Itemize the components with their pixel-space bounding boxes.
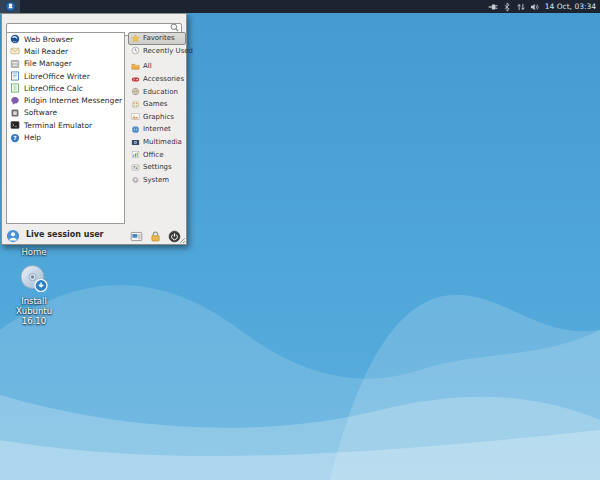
office-icon xyxy=(131,150,140,159)
libreoffice-writer-icon xyxy=(10,71,20,81)
pidgin-icon xyxy=(10,96,20,106)
category-item-education[interactable]: Education xyxy=(128,85,186,98)
accessories-icon xyxy=(131,75,140,84)
volume-icon[interactable] xyxy=(530,2,540,12)
app-item-label: Pidgin Internet Messenger xyxy=(24,96,122,105)
whisker-menu: Web BrowserMail ReaderFile ManagerLibreO… xyxy=(1,13,187,245)
category-item-label: Internet xyxy=(143,125,171,133)
category-item-favorites[interactable]: Favorites xyxy=(128,32,186,45)
web-browser-icon xyxy=(10,34,20,44)
install-cd-icon xyxy=(3,264,65,294)
desktop: HomeInstall Xubuntu16.10 14 Oct, 03:34 W… xyxy=(0,0,600,480)
application-list: Web BrowserMail ReaderFile ManagerLibreO… xyxy=(6,32,125,224)
desktop-icon-home[interactable]: Home xyxy=(3,247,65,257)
category-item-multimedia[interactable]: Multimedia xyxy=(128,136,186,149)
app-item-libreoffice-writer[interactable]: LibreOffice Writer xyxy=(7,70,124,82)
category-item-label: Favorites xyxy=(143,34,175,42)
footer-actions xyxy=(125,228,182,242)
network-traffic-icon[interactable] xyxy=(516,2,526,12)
category-item-label: Accessories xyxy=(143,75,184,83)
category-item-label: Settings xyxy=(143,163,172,171)
category-item-label: System xyxy=(143,176,169,184)
mail-reader-icon xyxy=(10,46,20,56)
libreoffice-calc-icon xyxy=(10,83,20,93)
settings-icon xyxy=(131,163,140,172)
user-avatar xyxy=(6,228,20,242)
xubuntu-logo-icon xyxy=(5,1,16,12)
app-item-label: File Manager xyxy=(24,59,72,68)
education-icon xyxy=(131,87,140,96)
applications-menu-button[interactable] xyxy=(0,0,20,13)
system-gear-icon xyxy=(131,175,140,184)
category-item-system[interactable]: System xyxy=(128,174,186,187)
app-item-label: Help xyxy=(24,133,41,142)
multimedia-icon xyxy=(131,138,140,147)
category-item-internet[interactable]: Internet xyxy=(128,123,186,136)
svg-text:?: ? xyxy=(13,135,16,141)
app-item-label: Mail Reader xyxy=(24,47,68,56)
internet-globe-icon xyxy=(131,125,140,134)
session-user-label: Live session user xyxy=(26,230,125,239)
system-tray xyxy=(488,2,540,12)
recently-used-clock-icon xyxy=(131,46,140,55)
category-item-games[interactable]: Games xyxy=(128,98,186,111)
category-item-graphics[interactable]: Graphics xyxy=(128,111,186,124)
app-item-label: LibreOffice Calc xyxy=(24,84,83,93)
category-list: FavoritesRecently UsedAllAccessoriesEduc… xyxy=(128,32,186,186)
category-item-accessories[interactable]: Accessories xyxy=(128,73,186,86)
category-item-label: All xyxy=(143,62,152,70)
app-item-libreoffice-calc[interactable]: LibreOffice Calc xyxy=(7,82,124,94)
app-item-label: Software xyxy=(24,108,57,117)
category-item-all[interactable]: All xyxy=(128,60,186,73)
lock-screen-button[interactable] xyxy=(149,228,163,242)
category-item-label: Graphics xyxy=(143,113,174,121)
desktop-icon-install-xubuntu-16-10[interactable]: Install Xubuntu16.10 xyxy=(3,264,65,326)
app-item-web-browser[interactable]: Web Browser xyxy=(7,33,124,45)
all-folder-icon xyxy=(131,62,140,71)
category-item-office[interactable]: Office xyxy=(128,148,186,161)
menu-footer: Live session user xyxy=(2,225,186,244)
user-avatar-icon xyxy=(6,229,20,243)
app-item-mail-reader[interactable]: Mail Reader xyxy=(7,45,124,57)
category-item-label: Multimedia xyxy=(143,138,182,146)
file-manager-icon xyxy=(10,59,20,69)
games-icon xyxy=(131,100,140,109)
app-item-pidgin-internet-messenger[interactable]: Pidgin Internet Messenger xyxy=(7,94,124,106)
desktop-icon-label: Install Xubuntu xyxy=(3,296,65,316)
category-item-recently-used[interactable]: Recently Used xyxy=(128,45,186,58)
search-row xyxy=(6,17,182,30)
category-item-label: Games xyxy=(143,100,168,108)
help-icon: ? xyxy=(10,133,20,143)
category-item-settings[interactable]: Settings xyxy=(128,161,186,174)
network-wired-icon[interactable] xyxy=(488,2,498,12)
settings-manager-button[interactable] xyxy=(130,228,144,242)
app-item-help[interactable]: ?Help xyxy=(7,131,124,143)
resize-grip-handle[interactable] xyxy=(179,237,186,244)
app-item-software[interactable]: Software xyxy=(7,107,124,119)
category-item-label: Education xyxy=(143,88,178,96)
graphics-icon xyxy=(131,112,140,121)
app-item-terminal-emulator[interactable]: Terminal Emulator xyxy=(7,119,124,131)
app-item-label: LibreOffice Writer xyxy=(24,72,90,81)
top-panel: 14 Oct, 03:34 xyxy=(0,0,600,13)
app-item-label: Web Browser xyxy=(24,35,73,44)
desktop-icon-label: 16.10 xyxy=(3,316,65,326)
terminal-icon xyxy=(10,120,20,130)
favorites-star-icon xyxy=(131,34,140,43)
desktop-icon-label: Home xyxy=(3,247,65,257)
software-icon xyxy=(10,108,20,118)
category-item-label: Recently Used xyxy=(143,47,193,55)
panel-clock[interactable]: 14 Oct, 03:34 xyxy=(545,2,596,11)
category-item-label: Office xyxy=(143,151,163,159)
bluetooth-icon[interactable] xyxy=(502,2,512,12)
app-item-label: Terminal Emulator xyxy=(24,121,92,130)
search-icon xyxy=(169,18,180,29)
app-item-file-manager[interactable]: File Manager xyxy=(7,58,124,70)
